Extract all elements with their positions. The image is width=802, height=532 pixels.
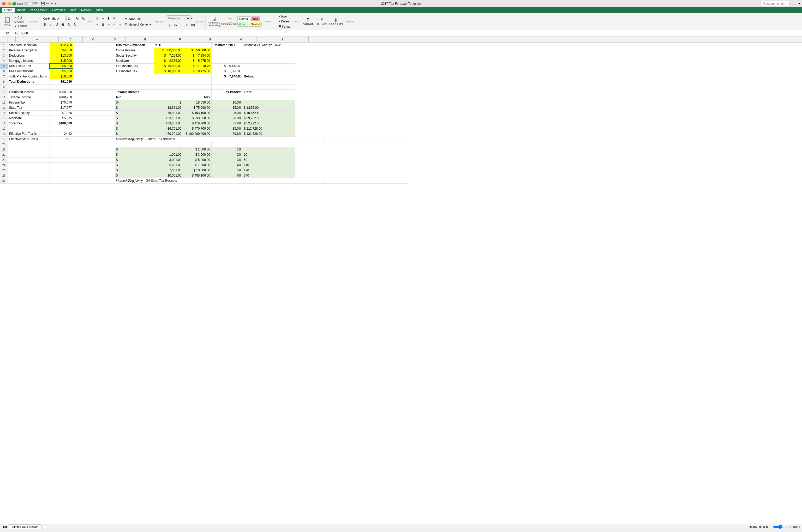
cell-a5[interactable]: Real Estate Tax (8, 63, 50, 69)
cell-c12[interactable] (73, 100, 94, 105)
cell-i1[interactable]: Withheld vs. what you owe (243, 42, 295, 48)
cell-f15[interactable]: 153,101.00 (154, 116, 183, 121)
cell-b21[interactable] (50, 147, 73, 152)
cell-b7[interactable]: $18,500 (50, 74, 73, 79)
expand-icon[interactable]: ▾ (798, 2, 800, 5)
cell-c7[interactable] (73, 74, 94, 79)
cell-b25[interactable] (50, 168, 73, 173)
cell-c21[interactable] (73, 147, 94, 152)
cell-f12[interactable]: $ (154, 100, 183, 105)
cell-a6[interactable]: IRA Contributions (8, 69, 50, 74)
col-header-i[interactable]: I (257, 37, 309, 42)
percent-button[interactable]: % (173, 23, 178, 28)
cell-d9[interactable] (94, 84, 115, 90)
formula-input[interactable] (20, 31, 801, 36)
fill-button[interactable]: ↓ Fill (315, 17, 329, 21)
cell-b6[interactable]: $5,500 (50, 69, 73, 74)
cell-a1[interactable]: Standard Deduction (8, 42, 50, 48)
format-as-table-button[interactable]: 📋 Format as Table (222, 15, 237, 29)
page-break-button[interactable]: ⊠ (766, 525, 768, 528)
text-angle-button[interactable]: ⟳ (112, 16, 117, 21)
delete-button[interactable]: − Delete (277, 19, 293, 24)
cell-i6[interactable] (243, 69, 295, 74)
underline-button[interactable]: U (54, 22, 59, 27)
cell-g5[interactable]: $ 77,018.76 (183, 63, 211, 69)
cell-d19[interactable] (94, 136, 115, 141)
cell-g12[interactable]: 18,650.00 (183, 100, 211, 105)
cell-i25[interactable]: 190 (243, 168, 295, 173)
menu-page-layout[interactable]: Page Layout (27, 8, 49, 13)
cell-g19[interactable] (295, 136, 323, 141)
cell-h9[interactable] (211, 84, 243, 90)
cell-e2[interactable]: Gross Income (115, 48, 154, 53)
cell-e10[interactable]: Taxable Income (115, 90, 154, 95)
cell-b1[interactable]: $12,700 (50, 42, 73, 48)
cell-i11[interactable] (243, 95, 295, 100)
increase-decimal-button[interactable]: .00 (190, 23, 195, 28)
font-size-input[interactable] (66, 16, 74, 21)
cell-a9[interactable] (8, 84, 50, 90)
cell-reference[interactable] (1, 31, 14, 36)
cell-g15[interactable]: $ 233,350.00 (183, 116, 211, 121)
share-button[interactable] (791, 3, 796, 4)
cell-a2[interactable]: Personal Exemption (8, 48, 50, 53)
cell-f5[interactable]: $ 75,000.00 (154, 63, 183, 69)
cell-b4[interactable]: $15,000 (50, 58, 73, 63)
cell-b12[interactable]: $70,570 (50, 100, 73, 105)
cell-e8[interactable] (115, 79, 154, 84)
cell-h20[interactable] (211, 141, 243, 147)
cell-h8[interactable] (211, 79, 243, 84)
col-header-c[interactable]: C (83, 37, 104, 42)
cell-f19[interactable] (243, 136, 295, 141)
zoom-out-button[interactable]: − (770, 525, 772, 528)
increase-indent-button[interactable]: → (117, 22, 123, 27)
cell-d11[interactable] (94, 95, 115, 100)
cell-a11[interactable]: Taxable Income (8, 95, 50, 100)
cell-e11[interactable]: Min (115, 95, 154, 100)
cell-h4[interactable] (211, 58, 243, 63)
cell-a16[interactable]: Total Tax (8, 121, 50, 126)
cell-i10[interactable]: Floor (243, 90, 295, 95)
cell-d10[interactable] (94, 90, 115, 95)
cell-b26[interactable] (50, 173, 73, 178)
cell-e16[interactable]: $ (115, 121, 154, 126)
cell-h24[interactable]: 4% (211, 163, 243, 168)
cell-b27[interactable] (50, 178, 73, 183)
sort-filter-button[interactable]: ⇅ Sort & Filter (330, 15, 343, 29)
number-format-select[interactable]: Currency (167, 15, 190, 21)
align-bottom-button[interactable]: ⬇ (106, 16, 111, 21)
cell-c23[interactable] (73, 157, 94, 163)
undo-icon[interactable]: ↩ (46, 2, 49, 5)
cell-f7[interactable] (154, 74, 183, 79)
prev-sheet-button[interactable]: ◀ (2, 525, 4, 529)
cell-c4[interactable] (73, 58, 94, 63)
redo-icon[interactable]: ↪ (50, 2, 53, 5)
cell-b22[interactable] (50, 152, 73, 157)
cell-d21[interactable] (94, 147, 115, 152)
cell-i3[interactable] (243, 53, 295, 58)
cell-d26[interactable] (94, 173, 115, 178)
cell-d14[interactable] (94, 110, 115, 116)
border-button[interactable]: ⊞ (60, 22, 65, 27)
cell-i15[interactable]: $ 29,752.50 (243, 116, 295, 121)
cell-c11[interactable] (73, 95, 94, 100)
cell-f1[interactable]: YTD (154, 42, 183, 48)
align-right-button[interactable]: ≡ (106, 22, 111, 27)
cell-a19[interactable]: Effective State Tax % (8, 136, 50, 141)
cell-h5[interactable]: $ 6,448.59 (211, 63, 243, 69)
dollar-sign-button[interactable]: $ (167, 23, 172, 28)
menu-insert[interactable]: Insert (15, 8, 27, 13)
menu-formulas[interactable]: Formulas (50, 8, 67, 13)
cell-f22[interactable]: 1,001.00 (154, 152, 183, 157)
align-left-button[interactable]: ≡ (94, 22, 100, 27)
cell-h21[interactable]: 1% (211, 147, 243, 152)
cell-i4[interactable] (243, 58, 295, 63)
cell-c8[interactable] (73, 79, 94, 84)
cell-c10[interactable] (73, 90, 94, 95)
cell-b23[interactable] (50, 157, 73, 163)
formula-function-icon[interactable]: fx (15, 32, 18, 35)
cell-c3[interactable] (73, 53, 94, 58)
cell-h27[interactable] (323, 178, 355, 183)
col-header-f[interactable]: F (165, 37, 195, 42)
cell-f3[interactable]: $ 7,254.00 (154, 53, 183, 58)
